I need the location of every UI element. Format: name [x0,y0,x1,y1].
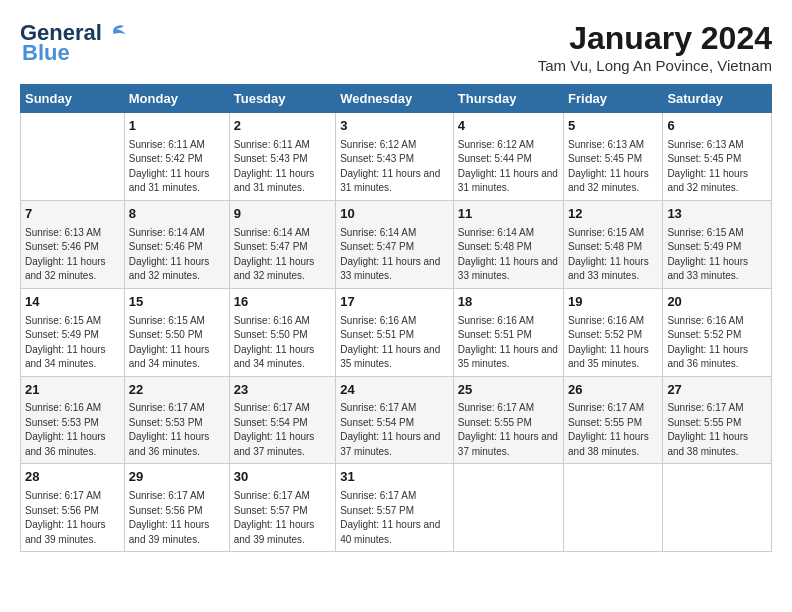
day-cell: 12Sunrise: 6:15 AMSunset: 5:48 PMDayligh… [564,200,663,288]
day-info: Sunrise: 6:17 AMSunset: 5:53 PMDaylight:… [129,401,225,459]
day-number: 5 [568,117,658,136]
day-info: Sunrise: 6:16 AMSunset: 5:50 PMDaylight:… [234,314,331,372]
day-number: 27 [667,381,767,400]
day-info: Sunrise: 6:13 AMSunset: 5:46 PMDaylight:… [25,226,120,284]
column-header-saturday: Saturday [663,85,772,113]
day-number: 24 [340,381,449,400]
day-info: Sunrise: 6:15 AMSunset: 5:50 PMDaylight:… [129,314,225,372]
day-number: 12 [568,205,658,224]
day-info: Sunrise: 6:12 AMSunset: 5:43 PMDaylight:… [340,138,449,196]
day-info: Sunrise: 6:16 AMSunset: 5:53 PMDaylight:… [25,401,120,459]
day-cell: 8Sunrise: 6:14 AMSunset: 5:46 PMDaylight… [124,200,229,288]
day-number: 1 [129,117,225,136]
column-header-thursday: Thursday [453,85,563,113]
logo: General Blue [20,20,126,66]
day-number: 13 [667,205,767,224]
day-number: 3 [340,117,449,136]
day-info: Sunrise: 6:14 AMSunset: 5:47 PMDaylight:… [340,226,449,284]
day-info: Sunrise: 6:17 AMSunset: 5:56 PMDaylight:… [25,489,120,547]
day-number: 30 [234,468,331,487]
column-header-wednesday: Wednesday [336,85,454,113]
day-number: 29 [129,468,225,487]
day-cell: 15Sunrise: 6:15 AMSunset: 5:50 PMDayligh… [124,288,229,376]
day-number: 9 [234,205,331,224]
week-row-3: 14Sunrise: 6:15 AMSunset: 5:49 PMDayligh… [21,288,772,376]
day-cell: 6Sunrise: 6:13 AMSunset: 5:45 PMDaylight… [663,113,772,201]
header-row: SundayMondayTuesdayWednesdayThursdayFrid… [21,85,772,113]
day-number: 25 [458,381,559,400]
day-number: 22 [129,381,225,400]
week-row-2: 7Sunrise: 6:13 AMSunset: 5:46 PMDaylight… [21,200,772,288]
day-number: 2 [234,117,331,136]
day-number: 4 [458,117,559,136]
week-row-5: 28Sunrise: 6:17 AMSunset: 5:56 PMDayligh… [21,464,772,552]
logo-blue: Blue [22,40,70,66]
day-cell: 22Sunrise: 6:17 AMSunset: 5:53 PMDayligh… [124,376,229,464]
calendar-table: SundayMondayTuesdayWednesdayThursdayFrid… [20,84,772,552]
day-number: 16 [234,293,331,312]
day-number: 7 [25,205,120,224]
day-number: 19 [568,293,658,312]
day-number: 23 [234,381,331,400]
day-cell: 1Sunrise: 6:11 AMSunset: 5:42 PMDaylight… [124,113,229,201]
day-info: Sunrise: 6:17 AMSunset: 5:55 PMDaylight:… [667,401,767,459]
day-number: 8 [129,205,225,224]
day-cell: 25Sunrise: 6:17 AMSunset: 5:55 PMDayligh… [453,376,563,464]
day-cell [453,464,563,552]
day-cell: 3Sunrise: 6:12 AMSunset: 5:43 PMDaylight… [336,113,454,201]
day-cell: 4Sunrise: 6:12 AMSunset: 5:44 PMDaylight… [453,113,563,201]
title-block: January 2024 Tam Vu, Long An Povince, Vi… [538,20,772,74]
day-info: Sunrise: 6:17 AMSunset: 5:54 PMDaylight:… [340,401,449,459]
day-info: Sunrise: 6:15 AMSunset: 5:48 PMDaylight:… [568,226,658,284]
day-cell: 10Sunrise: 6:14 AMSunset: 5:47 PMDayligh… [336,200,454,288]
day-info: Sunrise: 6:14 AMSunset: 5:47 PMDaylight:… [234,226,331,284]
day-info: Sunrise: 6:13 AMSunset: 5:45 PMDaylight:… [568,138,658,196]
day-cell: 19Sunrise: 6:16 AMSunset: 5:52 PMDayligh… [564,288,663,376]
day-cell: 23Sunrise: 6:17 AMSunset: 5:54 PMDayligh… [229,376,335,464]
day-cell: 21Sunrise: 6:16 AMSunset: 5:53 PMDayligh… [21,376,125,464]
day-info: Sunrise: 6:16 AMSunset: 5:52 PMDaylight:… [568,314,658,372]
day-cell: 30Sunrise: 6:17 AMSunset: 5:57 PMDayligh… [229,464,335,552]
day-info: Sunrise: 6:17 AMSunset: 5:57 PMDaylight:… [234,489,331,547]
day-cell: 24Sunrise: 6:17 AMSunset: 5:54 PMDayligh… [336,376,454,464]
day-number: 21 [25,381,120,400]
day-cell: 31Sunrise: 6:17 AMSunset: 5:57 PMDayligh… [336,464,454,552]
day-cell: 26Sunrise: 6:17 AMSunset: 5:55 PMDayligh… [564,376,663,464]
column-header-monday: Monday [124,85,229,113]
day-info: Sunrise: 6:17 AMSunset: 5:55 PMDaylight:… [568,401,658,459]
day-info: Sunrise: 6:15 AMSunset: 5:49 PMDaylight:… [25,314,120,372]
day-info: Sunrise: 6:17 AMSunset: 5:56 PMDaylight:… [129,489,225,547]
day-cell: 29Sunrise: 6:17 AMSunset: 5:56 PMDayligh… [124,464,229,552]
column-header-friday: Friday [564,85,663,113]
day-cell: 18Sunrise: 6:16 AMSunset: 5:51 PMDayligh… [453,288,563,376]
day-info: Sunrise: 6:17 AMSunset: 5:55 PMDaylight:… [458,401,559,459]
day-info: Sunrise: 6:16 AMSunset: 5:52 PMDaylight:… [667,314,767,372]
day-info: Sunrise: 6:15 AMSunset: 5:49 PMDaylight:… [667,226,767,284]
day-cell: 14Sunrise: 6:15 AMSunset: 5:49 PMDayligh… [21,288,125,376]
day-cell: 28Sunrise: 6:17 AMSunset: 5:56 PMDayligh… [21,464,125,552]
day-number: 31 [340,468,449,487]
column-header-tuesday: Tuesday [229,85,335,113]
day-cell: 2Sunrise: 6:11 AMSunset: 5:43 PMDaylight… [229,113,335,201]
week-row-1: 1Sunrise: 6:11 AMSunset: 5:42 PMDaylight… [21,113,772,201]
day-info: Sunrise: 6:11 AMSunset: 5:43 PMDaylight:… [234,138,331,196]
day-number: 14 [25,293,120,312]
day-cell: 27Sunrise: 6:17 AMSunset: 5:55 PMDayligh… [663,376,772,464]
day-number: 26 [568,381,658,400]
main-title: January 2024 [538,20,772,57]
day-info: Sunrise: 6:13 AMSunset: 5:45 PMDaylight:… [667,138,767,196]
day-cell: 16Sunrise: 6:16 AMSunset: 5:50 PMDayligh… [229,288,335,376]
day-cell: 17Sunrise: 6:16 AMSunset: 5:51 PMDayligh… [336,288,454,376]
day-cell: 9Sunrise: 6:14 AMSunset: 5:47 PMDaylight… [229,200,335,288]
column-header-sunday: Sunday [21,85,125,113]
day-cell: 13Sunrise: 6:15 AMSunset: 5:49 PMDayligh… [663,200,772,288]
day-number: 18 [458,293,559,312]
day-cell [564,464,663,552]
day-info: Sunrise: 6:16 AMSunset: 5:51 PMDaylight:… [458,314,559,372]
day-cell: 11Sunrise: 6:14 AMSunset: 5:48 PMDayligh… [453,200,563,288]
day-info: Sunrise: 6:14 AMSunset: 5:46 PMDaylight:… [129,226,225,284]
day-cell: 5Sunrise: 6:13 AMSunset: 5:45 PMDaylight… [564,113,663,201]
day-info: Sunrise: 6:11 AMSunset: 5:42 PMDaylight:… [129,138,225,196]
day-info: Sunrise: 6:14 AMSunset: 5:48 PMDaylight:… [458,226,559,284]
logo-bird-icon [104,24,126,42]
